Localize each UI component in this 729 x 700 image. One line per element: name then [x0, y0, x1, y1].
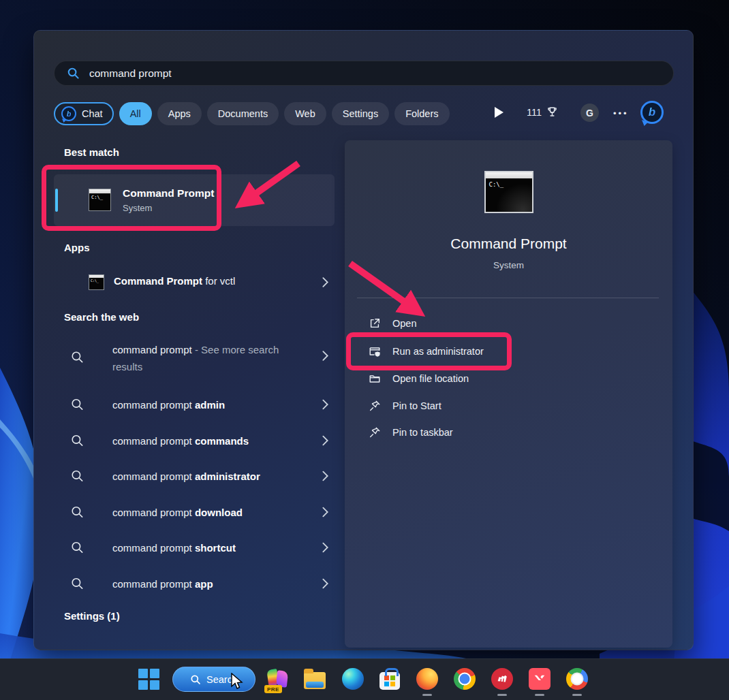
detail-title: Command Prompt [345, 236, 672, 252]
tab-chat[interactable]: b Chat [54, 102, 114, 125]
taskbar-file-explorer-icon[interactable] [303, 667, 326, 690]
web-suggestion[interactable]: command prompt commands [54, 427, 335, 454]
taskbar-firefox-icon[interactable] [416, 667, 439, 690]
apps-heading: Apps [64, 242, 90, 253]
search-icon [70, 541, 84, 555]
chevron-right-icon [322, 399, 329, 411]
search-input[interactable]: command prompt [54, 61, 674, 86]
taskbar-search-label: Search [206, 674, 238, 685]
best-match-result[interactable]: C:\_ Command Prompt System [54, 174, 335, 226]
best-match-subtitle: System [123, 203, 152, 213]
pre-badge: PRE [264, 685, 282, 693]
bing-chat-icon[interactable]: b [640, 101, 664, 124]
taskbar-search-button[interactable]: Search [172, 667, 255, 692]
search-icon [70, 434, 84, 448]
web-suggestion[interactable]: command prompt - See more search results [54, 337, 335, 379]
search-icon [70, 350, 84, 364]
action-open-file-location[interactable]: Open file location [358, 366, 656, 391]
more-options-icon[interactable]: ••• [613, 108, 629, 118]
taskbar-edge-icon[interactable] [341, 667, 364, 690]
folder-icon [304, 672, 326, 689]
search-icon [190, 674, 201, 685]
chrome-icon [454, 668, 476, 690]
taskbar-chrome-icon[interactable] [453, 667, 476, 690]
tab-web[interactable]: Web [284, 102, 326, 125]
detail-subtitle: System [345, 260, 672, 270]
chevron-right-icon [322, 471, 329, 482]
search-web-heading: Search the web [64, 311, 139, 323]
running-indicator [422, 694, 432, 696]
tab-apps[interactable]: Apps [157, 102, 202, 125]
taskbar-riot-games-icon[interactable] [491, 667, 514, 690]
open-icon [369, 317, 381, 330]
settings-heading: Settings (1) [64, 610, 120, 622]
chevron-right-icon [322, 578, 329, 590]
tab-all[interactable]: All [119, 102, 152, 125]
result-command-prompt-for-vctl[interactable]: C:\_ Command Prompt for vctl [54, 267, 335, 297]
best-match-title: Command Prompt [123, 187, 214, 200]
taskbar-chrome-secondary-icon[interactable] [565, 667, 589, 690]
folder-icon [369, 372, 381, 385]
selection-accent-bar [55, 189, 58, 212]
action-pin-to-start[interactable]: Pin to Start [358, 394, 656, 418]
app-result-title: Command Prompt for vctl [114, 275, 235, 287]
run-as-admin-icon [369, 345, 381, 357]
taskbar [0, 658, 729, 700]
taskbar-microsoft-store-icon[interactable] [378, 667, 401, 690]
detail-panel: C:\_ Command Prompt System Open Run as a… [345, 140, 672, 648]
tab-settings[interactable]: Settings [332, 102, 389, 125]
chevron-right-icon [322, 435, 329, 447]
search-icon [70, 469, 84, 483]
web-suggestion[interactable]: command prompt admin [54, 391, 335, 418]
rewards-count: 111 [527, 107, 542, 118]
action-open[interactable]: Open [358, 311, 656, 336]
web-suggestion[interactable]: command prompt download [54, 498, 335, 526]
web-suggestion[interactable]: command prompt shortcut [54, 534, 335, 561]
more-filters-play-icon[interactable] [495, 107, 503, 118]
g-badge[interactable]: G [580, 104, 599, 122]
search-icon [70, 398, 84, 412]
best-match-heading: Best match [64, 146, 119, 158]
chevron-right-icon [322, 507, 329, 518]
taskbar-m365-icon[interactable]: PRE [266, 667, 290, 690]
chevron-right-icon [322, 542, 329, 554]
chrome-secondary-icon [566, 668, 588, 690]
search-input-value: command prompt [89, 67, 172, 80]
windows-logo-icon [138, 669, 159, 690]
running-indicator [572, 694, 582, 696]
command-prompt-icon: C:\_ [89, 189, 111, 211]
running-indicator [535, 694, 544, 696]
pin-icon [369, 400, 381, 412]
bing-icon: b [61, 106, 76, 121]
web-suggestion[interactable]: command prompt app [54, 570, 335, 597]
rewards-badge[interactable]: 111 [527, 106, 559, 118]
tab-documents[interactable]: Documents [207, 102, 279, 125]
tab-folders[interactable]: Folders [394, 102, 449, 125]
microsoft-store-icon [379, 672, 400, 690]
firefox-icon [416, 668, 438, 690]
search-icon [70, 505, 84, 520]
taskbar-valorant-icon[interactable] [528, 667, 551, 690]
edge-icon [342, 668, 364, 690]
command-prompt-icon: C:\_ [89, 274, 104, 290]
m365-icon: PRE [266, 667, 290, 690]
search-icon [70, 577, 84, 591]
search-icon [67, 67, 80, 80]
tab-chat-label: Chat [82, 108, 103, 119]
riot-games-icon [491, 668, 513, 690]
search-filter-tabs: b Chat All Apps Documents Web Settings F… [54, 101, 450, 126]
chevron-right-icon [322, 276, 329, 288]
action-run-as-administrator[interactable]: Run as administrator [358, 339, 656, 364]
action-pin-to-taskbar[interactable]: Pin to taskbar [358, 420, 656, 445]
trophy-icon [546, 106, 559, 118]
divider [357, 298, 659, 298]
search-flyout-panel: command prompt b Chat All Apps Documents… [33, 30, 694, 650]
valorant-icon [529, 668, 550, 690]
start-button[interactable] [137, 667, 160, 690]
web-suggestion[interactable]: command prompt administrator [54, 462, 335, 490]
screen: command prompt b Chat All Apps Documents… [0, 0, 729, 700]
running-indicator [497, 694, 507, 696]
command-prompt-icon-large: C:\_ [484, 171, 533, 213]
chevron-right-icon [322, 350, 329, 362]
pin-icon [369, 426, 381, 439]
